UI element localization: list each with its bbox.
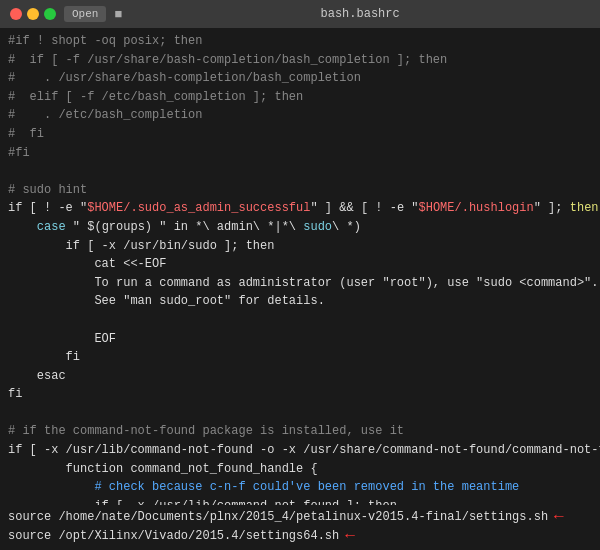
code-line: [8, 311, 592, 330]
window: Open ■ bash.bashrc #if ! shopt -oq posix…: [0, 0, 600, 550]
code-line: #fi: [8, 144, 592, 163]
code-line: See "man sudo_root" for details.: [8, 292, 592, 311]
code-line: [8, 404, 592, 423]
code-line: [8, 162, 592, 181]
save-icon[interactable]: ■: [114, 7, 122, 22]
code-line: # sudo hint: [8, 181, 592, 200]
code-line: # . /usr/share/bash-completion/bash_comp…: [8, 69, 592, 88]
source-text-2: source /opt/Xilinx/Vivado/2015.4/setting…: [8, 529, 339, 543]
titlebar: Open ■ bash.bashrc: [0, 0, 600, 28]
close-button[interactable]: [10, 8, 22, 20]
code-line: if [ -x /usr/bin/sudo ]; then: [8, 237, 592, 256]
code-line: fi: [8, 348, 592, 367]
source-line-1: source /home/nate/Documents/plnx/2015_4/…: [8, 508, 592, 526]
code-line: #if ! shopt -oq posix; then: [8, 32, 592, 51]
code-line: EOF: [8, 330, 592, 349]
code-line: esac: [8, 367, 592, 386]
code-line: if [ -x /usr/lib/command-not-found ]; th…: [8, 497, 592, 505]
code-line: fi: [8, 385, 592, 404]
code-line: # if [ -f /usr/share/bash-completion/bas…: [8, 51, 592, 70]
code-line: cat <<-EOF: [8, 255, 592, 274]
code-line: if [ ! -e "$HOME/.sudo_as_admin_successf…: [8, 199, 592, 218]
code-line: # . /etc/bash_completion: [8, 106, 592, 125]
source-line-2: source /opt/Xilinx/Vivado/2015.4/setting…: [8, 527, 592, 545]
code-line: # if the command-not-found package is in…: [8, 422, 592, 441]
code-line: case " $(groups) " in *\ admin\ *|*\ sud…: [8, 218, 592, 237]
bottom-bar: source /home/nate/Documents/plnx/2015_4/…: [0, 505, 600, 550]
code-line: # elif [ -f /etc/bash_completion ]; then: [8, 88, 592, 107]
arrow-icon-1: ←: [554, 508, 564, 526]
code-line: function command_not_found_handle {: [8, 460, 592, 479]
source-text-1: source /home/nate/Documents/plnx/2015_4/…: [8, 510, 548, 524]
code-line: # check because c-n-f could've been remo…: [8, 478, 592, 497]
traffic-lights: [10, 8, 56, 20]
arrow-icon-2: ←: [345, 527, 355, 545]
code-line: if [ -x /usr/lib/command-not-found -o -x…: [8, 441, 592, 460]
window-title: bash.bashrc: [130, 7, 590, 21]
maximize-button[interactable]: [44, 8, 56, 20]
code-line: # fi: [8, 125, 592, 144]
open-button[interactable]: Open: [64, 6, 106, 22]
minimize-button[interactable]: [27, 8, 39, 20]
code-content: #if ! shopt -oq posix; then # if [ -f /u…: [0, 28, 600, 505]
code-line: To run a command as administrator (user …: [8, 274, 592, 293]
